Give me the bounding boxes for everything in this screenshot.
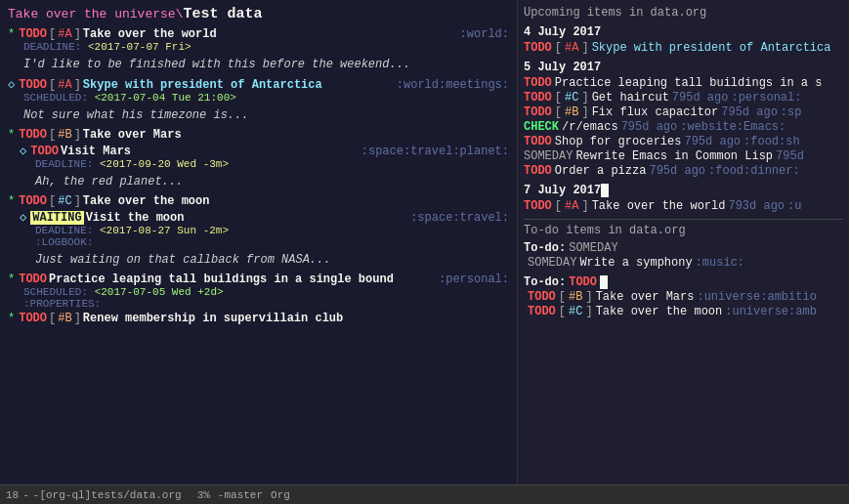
item-body: Not sure what his timezone is... [8, 106, 509, 126]
date-header-3: 7 July 2017 [524, 184, 843, 197]
todo-item-2: ◇ TODO [#A] Skype with president of Anta… [0, 76, 517, 127]
waiting-badge: WAITING [30, 211, 83, 225]
todo-item-4: ◇ TODO Visit Mars :space:travel:planet: … [0, 143, 517, 193]
star-icon: * [8, 312, 15, 325]
title-prefix: Take over the universe\ [8, 7, 183, 21]
date-header-1: 4 July 2017 [524, 25, 843, 39]
todo-badge: TODO [30, 145, 59, 158]
item-deadline: DEADLINE: <2017-07-07 Fri> [8, 41, 509, 53]
diamond-icon: ◇ [20, 144, 26, 158]
right-item: TODO Shop for groceries 795d ago :food:s… [524, 135, 843, 148]
right-item: SOMEDAY Write a symphony :music: [524, 256, 843, 270]
todo-badge: TODO [19, 194, 47, 208]
status-mode: Org [271, 489, 290, 501]
todo-section-label: To-do: SOMEDAY [524, 241, 843, 255]
todo-badge: TODO [19, 312, 47, 325]
star-icon: * [8, 128, 15, 142]
todo-item-6: ◇ WAITING Visit the moon :space:travel: … [0, 209, 517, 272]
item-properties: :PROPERTIES: [8, 298, 509, 310]
right-pane: Upcoming items in data.org 4 July 2017 T… [518, 0, 849, 484]
right-item: TODO [#A] Skype with president of Antarc… [524, 41, 843, 55]
item-deadline: DEADLINE: <2017-08-27 Sun -2m> [20, 225, 509, 236]
item-scheduled: SCHEDULED: <2017-07-05 Wed +2d> [8, 286, 509, 298]
right-item: TODO [#A] Take over the world 793d ago :… [524, 199, 843, 213]
right-item: TODO Practice leaping tall buildings in … [524, 76, 843, 90]
item-tag: :world: [460, 27, 509, 41]
right-item: TODO [#C] Take over the moon :universe:a… [524, 305, 843, 318]
page-title: Take over the universe\Test data [0, 4, 517, 26]
todo-item-1: * TODO [#A] Take over the world :world: … [0, 26, 517, 76]
todo-item-7: * TODO Practice leaping tall buildings i… [0, 272, 517, 311]
todo-badge: TODO [19, 273, 47, 286]
todo-title: To-do items in data.org [524, 224, 843, 237]
status-line-num: 18 [6, 489, 19, 501]
item-tag: :personal: [439, 273, 509, 286]
diamond-icon: ◇ [20, 210, 26, 225]
item-logbook: :LOGBOOK: [20, 236, 509, 248]
item-title: Practice leaping tall buildings in a sin… [49, 273, 394, 286]
item-title: Take over Mars [83, 128, 182, 142]
section-divider [524, 219, 843, 220]
item-scheduled: SCHEDULED: <2017-07-04 Tue 21:00> [8, 92, 509, 104]
status-branch: -master [218, 489, 263, 501]
priority: #A [58, 27, 71, 41]
item-body: I'd like to be finished with this before… [8, 56, 509, 75]
star-icon: * [8, 194, 15, 208]
diamond-icon: ◇ [8, 77, 15, 92]
date-header-2: 5 July 2017 [524, 61, 843, 74]
item-tag: :space:travel: [410, 211, 509, 225]
todo-section-label: To-do: TODO [524, 275, 843, 289]
item-title: Visit the moon [86, 211, 185, 225]
item-body: Ah, the red planet... [20, 173, 509, 192]
right-item: TODO [#B] Fix flux capacitor 795d ago :s… [524, 105, 843, 119]
right-item: TODO [#B] Take over Mars :universe:ambit… [524, 290, 843, 304]
item-title: Take over the world [83, 27, 217, 41]
priority: #C [58, 194, 71, 208]
left-pane: Take over the universe\Test data * TODO … [0, 0, 518, 484]
item-title: Visit Mars [61, 145, 131, 158]
todo-section-someday: To-do: SOMEDAY SOMEDAY Write a symphony … [524, 241, 843, 270]
item-title: Take over the moon [83, 194, 210, 208]
item-title: Renew membership in supervillain club [83, 312, 343, 325]
todo-badge: TODO [19, 27, 47, 41]
right-item: SOMEDAY Rewrite Emacs in Common Lisp 795… [524, 149, 843, 163]
priority: #A [58, 78, 71, 92]
todo-item-3: * TODO [#B] Take over Mars [0, 127, 517, 143]
title-main: Test data [183, 6, 262, 22]
status-bar: 18 - -[org-ql]tests/data.org 3% -master … [0, 484, 849, 504]
upcoming-title: Upcoming items in data.org [524, 6, 843, 20]
todo-item-8: * TODO [#B] Renew membership in supervil… [0, 311, 517, 326]
status-buffer: -[org-ql]tests/data.org [33, 489, 182, 501]
item-title: Skype with president of Antarctica [83, 78, 322, 92]
right-item: TODO Order a pizza 795d ago :food:dinner… [524, 164, 843, 178]
star-icon: * [8, 273, 15, 286]
star-icon: * [8, 27, 15, 41]
todo-section-todo: To-do: TODO TODO [#B] Take over Mars :un… [524, 275, 843, 318]
todo-item-5: * TODO [#C] Take over the moon [0, 193, 517, 209]
item-body: Just waiting on that callback from NASA.… [20, 251, 509, 271]
todo-badge: TODO [19, 128, 47, 142]
item-deadline: DEADLINE: <2017-09-20 Wed -3m> [20, 158, 509, 170]
item-tag: :space:travel:planet: [361, 145, 509, 158]
right-item: TODO [#C] Get haircut 795d ago :personal… [524, 91, 843, 105]
right-item: CHECK /r/emacs 795d ago :website:Emacs: [524, 120, 843, 134]
item-tag: :world:meetings: [397, 78, 509, 92]
todo-badge: TODO [19, 78, 47, 92]
priority: #B [58, 128, 71, 142]
status-percent: 3% [197, 489, 210, 501]
priority: #B [58, 312, 71, 325]
